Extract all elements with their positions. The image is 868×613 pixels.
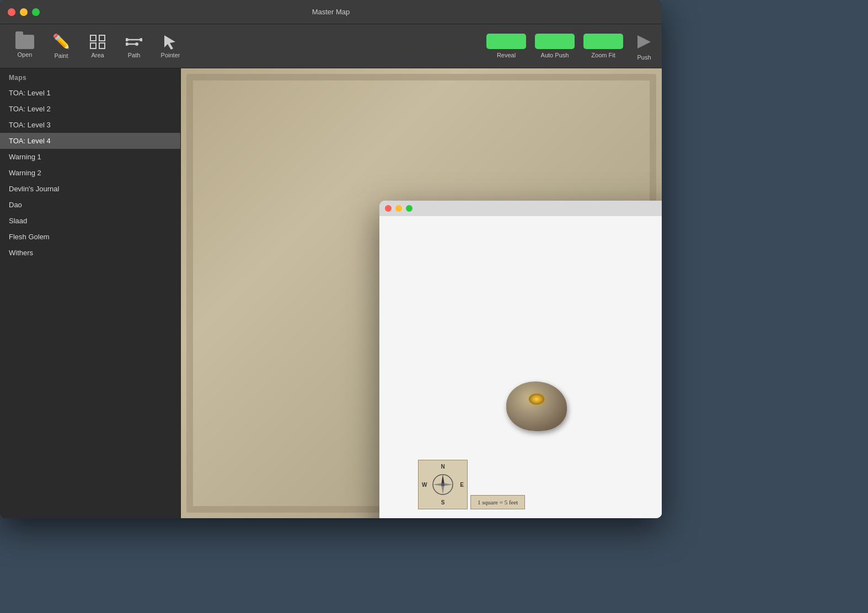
folder-icon (15, 35, 34, 49)
svg-rect-2 (90, 43, 96, 49)
title-bar: Master Map (0, 0, 662, 24)
secondary-close-button[interactable] (385, 205, 392, 212)
area-icon (89, 34, 106, 50)
zoom-fit-button[interactable] (583, 34, 623, 49)
path-tool[interactable]: Path (117, 28, 151, 65)
dungeon-element (506, 381, 567, 431)
path-label: Path (128, 52, 141, 58)
auto-push-button[interactable] (535, 34, 575, 49)
secondary-title-bar (379, 201, 662, 216)
sidebar-item-toa-level-1[interactable]: TOA: Level 1 (0, 85, 180, 101)
secondary-map-content: Level 4: Chambers of Horror N (379, 216, 662, 518)
svg-rect-1 (99, 35, 105, 41)
compass-south: S (441, 499, 445, 506)
svg-point-17 (441, 483, 444, 486)
sidebar-item-toa-level-2[interactable]: TOA: Level 2 (0, 101, 180, 117)
compass-rose: N S E W (418, 460, 468, 509)
close-button[interactable] (8, 8, 15, 16)
sidebar-item-devlins-journal[interactable]: Devlin's Journal (0, 181, 180, 197)
open-tool[interactable]: Open (8, 28, 42, 65)
secondary-minimize-button[interactable] (395, 205, 402, 212)
compass-inner: N S E W (421, 463, 465, 507)
body-area: Maps TOA: Level 1 TOA: Level 2 TOA: Leve… (0, 68, 662, 518)
push-icon (634, 32, 654, 52)
scale-text: 1 square = 5 feet (478, 499, 518, 506)
svg-point-8 (126, 42, 128, 46)
compass-north: N (441, 464, 444, 470)
sidebar-item-slaad[interactable]: Slaad (0, 213, 180, 229)
action-buttons: Reveal Auto Push Zoom Fit (486, 34, 623, 58)
compass-west: W (422, 482, 427, 488)
svg-point-7 (140, 38, 142, 41)
stone-eye (529, 394, 544, 405)
sidebar-header: Maps (0, 68, 180, 85)
push-label: Push (637, 54, 651, 61)
paint-label: Paint (54, 52, 68, 59)
paint-tool[interactable]: ✏️ Paint (44, 28, 78, 65)
auto-push-label: Auto Push (541, 52, 569, 58)
sidebar-item-withers[interactable]: Withers (0, 245, 180, 261)
scale-box: 1 square = 5 feet (470, 495, 525, 509)
area-tool[interactable]: Area (81, 28, 115, 65)
zoom-fit-button-group: Zoom Fit (583, 34, 623, 58)
pointer-icon (162, 34, 179, 50)
svg-marker-10 (164, 35, 175, 50)
auto-push-button-group: Auto Push (535, 34, 575, 58)
minimize-button[interactable] (20, 8, 28, 16)
toolbar: Open ✏️ Paint Area (0, 24, 662, 68)
secondary-window: Level 4: Chambers of Horror N (379, 201, 662, 518)
sidebar-item-flesh-golem[interactable]: Flesh Golem (0, 229, 180, 245)
map-area: Level 4: Chambers of Horror N (181, 68, 662, 518)
svg-point-9 (135, 42, 138, 46)
reveal-button[interactable] (486, 34, 526, 49)
reveal-button-group: Reveal (486, 34, 526, 58)
svg-rect-0 (90, 35, 96, 41)
pointer-tool[interactable]: Pointer (153, 28, 187, 65)
pointer-label: Pointer (161, 52, 180, 58)
paintbrush-icon: ✏️ (52, 33, 70, 50)
traffic-lights (8, 8, 40, 16)
svg-rect-3 (99, 43, 105, 49)
secondary-maximize-button[interactable] (406, 205, 412, 212)
open-label: Open (18, 51, 33, 58)
push-button-group[interactable]: Push (634, 32, 654, 61)
compass-symbol (431, 472, 455, 497)
sidebar-item-warning-2[interactable]: Warning 2 (0, 165, 180, 181)
area-label: Area (91, 52, 104, 58)
sidebar-item-dao[interactable]: Dao (0, 197, 180, 213)
compass-east: E (460, 482, 464, 488)
sidebar: Maps TOA: Level 1 TOA: Level 2 TOA: Leve… (0, 68, 181, 518)
maximize-button[interactable] (32, 8, 40, 16)
zoom-fit-label: Zoom Fit (591, 52, 615, 58)
svg-point-6 (126, 38, 128, 41)
path-icon (126, 34, 142, 50)
reveal-label: Reveal (497, 52, 516, 58)
window-title: Master Map (312, 8, 350, 16)
main-window: Master Map Open ✏️ Paint Area (0, 0, 662, 518)
sidebar-item-toa-level-4[interactable]: TOA: Level 4 (0, 133, 180, 149)
svg-marker-11 (637, 35, 651, 49)
sidebar-item-warning-1[interactable]: Warning 1 (0, 149, 180, 165)
stone-icon (506, 381, 567, 431)
sidebar-item-toa-level-3[interactable]: TOA: Level 3 (0, 117, 180, 133)
